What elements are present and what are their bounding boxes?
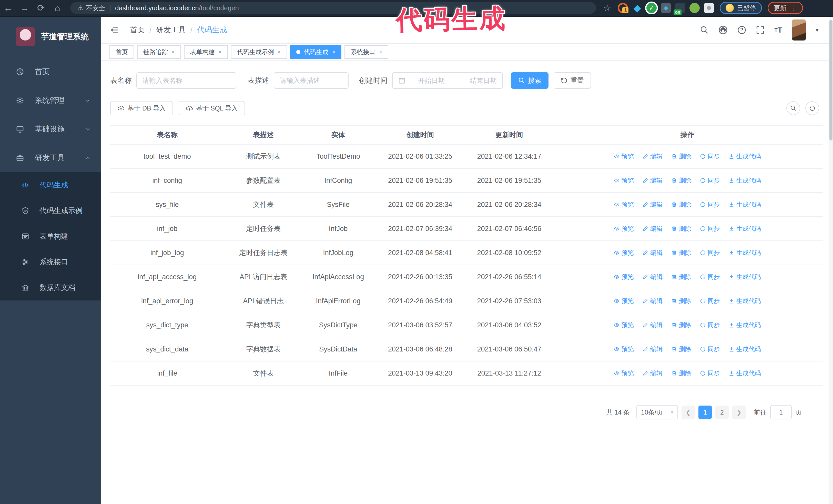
extension-grid-icon[interactable]: ◆ <box>661 3 671 13</box>
action-delete[interactable]: 删除 <box>671 295 691 307</box>
action-preview[interactable]: 预览 <box>614 151 634 162</box>
action-delete[interactable]: 删除 <box>671 368 691 379</box>
font-size-icon[interactable]: TT <box>774 26 782 34</box>
action-generate[interactable]: 生成代码 <box>729 151 761 162</box>
action-edit[interactable]: 编辑 <box>643 175 663 186</box>
home-icon[interactable]: ⌂ <box>49 0 66 16</box>
action-edit[interactable]: 编辑 <box>643 247 663 258</box>
action-sync[interactable]: 同步 <box>700 271 720 283</box>
action-generate[interactable]: 生成代码 <box>729 295 761 307</box>
page-scrollbar[interactable] <box>829 17 833 504</box>
sidebar-item-0[interactable]: 首页 <box>0 57 101 86</box>
next-page-button[interactable]: ❯ <box>732 406 745 419</box>
close-icon[interactable]: × <box>332 49 335 55</box>
action-generate[interactable]: 生成代码 <box>729 175 761 186</box>
browser-menu-icon[interactable]: ⋮ <box>790 5 797 11</box>
action-generate[interactable]: 生成代码 <box>729 319 761 331</box>
bookmark-star-icon[interactable]: ☆ <box>603 3 611 13</box>
reset-button[interactable]: 重置 <box>554 72 591 89</box>
reload-icon[interactable]: ⟳ <box>33 0 49 16</box>
action-sync[interactable]: 同步 <box>700 343 720 355</box>
action-preview[interactable]: 预览 <box>614 223 634 234</box>
action-preview[interactable]: 预览 <box>614 199 634 210</box>
action-edit[interactable]: 编辑 <box>643 199 663 210</box>
action-edit[interactable]: 编辑 <box>643 223 663 234</box>
avatar[interactable] <box>792 20 806 41</box>
action-sync[interactable]: 同步 <box>700 295 720 307</box>
caret-down-icon[interactable]: ▾ <box>815 26 819 33</box>
tab-0[interactable]: 首页 <box>110 45 134 59</box>
close-icon[interactable]: × <box>171 49 175 55</box>
page-size-select[interactable]: 10条/页 ▾ <box>636 405 678 419</box>
sidebar-subitem-4[interactable]: 数据库文档 <box>0 275 101 301</box>
action-delete[interactable]: 删除 <box>671 247 691 258</box>
close-icon[interactable]: × <box>278 49 281 55</box>
search-icon[interactable] <box>700 26 709 34</box>
forward-icon[interactable]: → <box>17 0 33 16</box>
tab-4[interactable]: 代码生成× <box>290 45 342 59</box>
action-edit[interactable]: 编辑 <box>643 151 663 162</box>
tab-1[interactable]: 链路追踪× <box>137 45 181 59</box>
tab-5[interactable]: 系统接口× <box>344 45 388 59</box>
action-sync[interactable]: 同步 <box>700 247 720 258</box>
page-button-2[interactable]: 2 <box>715 406 729 419</box>
close-icon[interactable]: × <box>379 49 382 55</box>
refresh-table-button[interactable] <box>805 101 819 115</box>
action-preview[interactable]: 预览 <box>614 247 634 258</box>
action-preview[interactable]: 预览 <box>614 271 634 283</box>
close-icon[interactable]: × <box>218 49 222 55</box>
action-edit[interactable]: 编辑 <box>643 319 663 331</box>
scrollbar-thumb[interactable] <box>829 20 832 141</box>
desc-filter-input[interactable]: 请输入表描述 <box>274 72 349 89</box>
action-sync[interactable]: 同步 <box>700 223 720 234</box>
action-generate[interactable]: 生成代码 <box>729 271 761 283</box>
action-edit[interactable]: 编辑 <box>643 343 663 355</box>
action-sync[interactable]: 同步 <box>700 368 720 379</box>
breadcrumb-item-0[interactable]: 首页 <box>130 25 145 35</box>
sidebar-subitem-1[interactable]: 代码生成示例 <box>0 198 101 223</box>
import-sql-button[interactable]: 基于 SQL 导入 <box>178 101 245 115</box>
action-preview[interactable]: 预览 <box>614 343 634 355</box>
breadcrumb-item-1[interactable]: 研发工具 <box>156 25 186 35</box>
sidebar-subitem-2[interactable]: 表单构建 <box>0 223 101 249</box>
fullscreen-icon[interactable] <box>756 26 765 34</box>
action-generate[interactable]: 生成代码 <box>729 223 761 234</box>
action-preview[interactable]: 预览 <box>614 295 634 307</box>
action-delete[interactable]: 删除 <box>671 175 691 186</box>
extension-gem-icon[interactable]: ◆ <box>632 3 642 13</box>
extensions-puzzle-icon[interactable] <box>704 3 714 13</box>
date-range-picker[interactable]: 开始日期 - 结束日期 <box>392 72 503 89</box>
action-preview[interactable]: 预览 <box>614 175 634 186</box>
action-edit[interactable]: 编辑 <box>643 295 663 307</box>
name-filter-input[interactable]: 请输入表名称 <box>136 72 236 89</box>
sidebar-item-2[interactable]: 基础设施 <box>0 115 101 144</box>
action-sync[interactable]: 同步 <box>700 175 720 186</box>
sidebar-item-1[interactable]: 系统管理 <box>0 86 101 115</box>
extension-green-icon[interactable] <box>689 3 700 13</box>
sidebar-subitem-0[interactable]: 代码生成 <box>0 172 101 198</box>
extension-check-icon[interactable]: ✓ <box>646 3 657 13</box>
back-icon[interactable]: ← <box>0 0 17 16</box>
action-edit[interactable]: 编辑 <box>643 368 663 379</box>
help-icon[interactable] <box>737 26 746 34</box>
action-delete[interactable]: 删除 <box>671 223 691 234</box>
sidebar-subitem-3[interactable]: 系统接口 <box>0 249 101 275</box>
action-delete[interactable]: 删除 <box>671 343 691 355</box>
action-generate[interactable]: 生成代码 <box>729 199 761 210</box>
action-preview[interactable]: 预览 <box>614 319 634 331</box>
github-icon[interactable] <box>718 25 728 34</box>
address-bar[interactable]: ⚠ 不安全 | dashboard.yudao.iocoder.cn /tool… <box>70 2 596 14</box>
action-delete[interactable]: 删除 <box>671 319 691 331</box>
action-generate[interactable]: 生成代码 <box>729 343 761 355</box>
tab-2[interactable]: 表单构建× <box>184 45 228 59</box>
toggle-search-button[interactable] <box>786 101 800 115</box>
action-edit[interactable]: 编辑 <box>643 271 663 283</box>
page-button-1[interactable]: 1 <box>698 406 712 419</box>
extension-orange-icon[interactable]: 1 <box>618 3 628 13</box>
prev-page-button[interactable]: ❮ <box>682 406 695 419</box>
tab-3[interactable]: 代码生成示例× <box>231 45 287 59</box>
update-chip[interactable]: 更新 ⋮ <box>768 2 803 14</box>
action-delete[interactable]: 删除 <box>671 199 691 210</box>
action-sync[interactable]: 同步 <box>700 319 720 331</box>
goto-page-input[interactable]: 1 <box>770 405 792 419</box>
